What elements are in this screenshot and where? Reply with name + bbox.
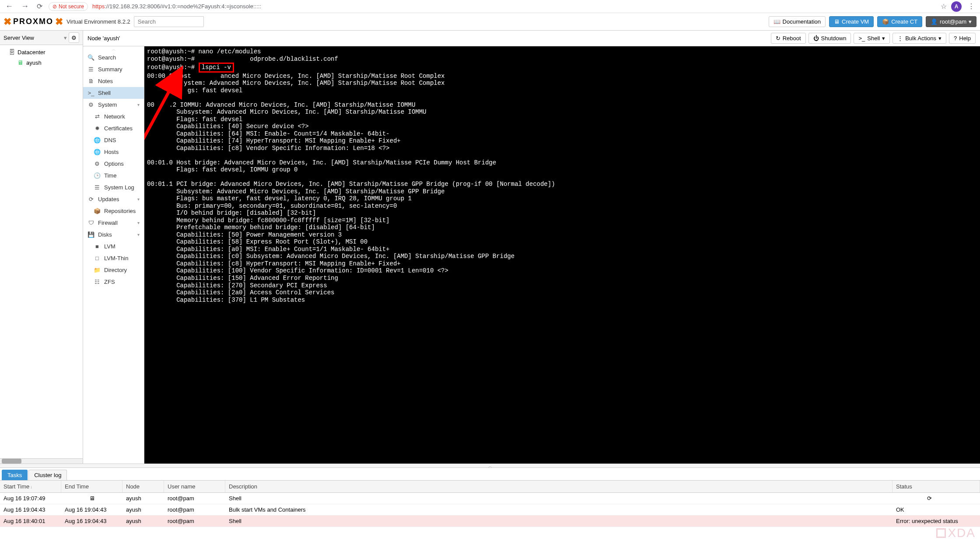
user-menu-button[interactable]: 👤root@pam ▾ (926, 16, 976, 27)
nav-network[interactable]: ⇄Network (83, 111, 144, 122)
list-icon: ☰ (94, 184, 101, 191)
resource-tree: 🗄 Datacenter 🖥 ayush (0, 45, 83, 458)
server-icon: 🗄 (9, 49, 15, 56)
scroll-up-indicator: ︿ (83, 46, 144, 52)
globe-icon: 🌐 (94, 137, 101, 143)
terminal-icon: >_ (88, 90, 94, 96)
node-icon: 🖥 (18, 59, 24, 66)
menu-icon: ⋮ (897, 35, 903, 42)
nav-certificates[interactable]: ✹Certificates (83, 122, 144, 134)
nav-hosts[interactable]: 🌐Hosts (83, 146, 144, 158)
tree-label: Datacenter (18, 49, 46, 56)
reboot-button[interactable]: ↻Reboot (771, 33, 806, 44)
address-bar[interactable]: https://192.168.29.32:8006/#v1:0:=node%2… (92, 3, 936, 10)
gear-icon: ⚙ (71, 35, 77, 41)
create-ct-button[interactable]: 📦Create CT (877, 16, 922, 27)
tab-cluster-log[interactable]: Cluster log (28, 470, 67, 480)
shutdown-button[interactable]: ⏻Shutdown (808, 33, 851, 44)
tree-datacenter[interactable]: 🗄 Datacenter (0, 47, 83, 57)
back-button[interactable]: ← (4, 2, 15, 11)
terminal-line: root@ayush:~# (147, 56, 195, 63)
chevron-down-icon: ▾ (938, 35, 942, 42)
documentation-button[interactable]: 📖Documentation (769, 16, 826, 27)
chevron-down-icon: ▾ (137, 197, 140, 202)
bulk-actions-button[interactable]: ⋮ Bulk Actions ▾ (892, 33, 946, 44)
power-icon: ⏻ (813, 35, 819, 42)
horizontal-scrollbar[interactable] (0, 458, 83, 464)
profile-avatar[interactable]: A (951, 1, 962, 12)
certificate-icon: ✹ (94, 125, 101, 132)
nav-dns[interactable]: 🌐DNS (83, 134, 144, 146)
reboot-icon: ↻ (776, 35, 780, 42)
cube-icon: 📦 (882, 18, 889, 25)
nav-time[interactable]: 🕒Time (83, 170, 144, 181)
col-status[interactable]: Status (892, 481, 980, 492)
browser-toolbar: ← → ⟳ ⊘ Not secure https://192.168.29.32… (0, 0, 980, 13)
book-icon: 📖 (774, 18, 780, 25)
header-search[interactable] (134, 16, 204, 27)
tree-label: ayush (26, 59, 42, 66)
gear-button[interactable]: ⚙ (69, 32, 79, 43)
nav-disks[interactable]: 💾Disks▾ (83, 229, 144, 241)
chevron-down-icon: ▾ (969, 18, 972, 25)
nav-updates[interactable]: ⟳Updates▾ (83, 193, 144, 205)
menu-icon[interactable]: ⋮ (966, 2, 976, 10)
monitor-icon: 🖥 (834, 18, 840, 25)
summary-icon: ☰ (88, 66, 94, 73)
col-node[interactable]: Node (122, 481, 164, 492)
layers-icon: ☷ (94, 279, 101, 285)
nav-system[interactable]: ⚙System▾ (83, 99, 144, 111)
disk-icon: 💾 (88, 231, 94, 238)
log-tabs: Tasks Cluster log (0, 468, 980, 481)
forward-button[interactable]: → (19, 2, 31, 11)
tree-node-ayush[interactable]: 🖥 ayush (0, 57, 83, 68)
terminal-line: root@ayush:~# (147, 64, 195, 71)
refresh-icon: ⟳ (88, 196, 94, 202)
task-row[interactable]: Aug 16 18:40:01Aug 16 19:04:43ayushroot@… (0, 516, 980, 527)
square-icon: ■ (94, 243, 101, 250)
nav-repositories[interactable]: 📦Repositories (83, 205, 144, 217)
page-title: Node 'ayush' (88, 35, 120, 42)
tab-tasks[interactable]: Tasks (2, 470, 28, 480)
nav-options[interactable]: ⚙Options (83, 158, 144, 170)
user-icon: 👤 (931, 18, 938, 25)
task-grid-body: Aug 16 19:07:49🖥ayushroot@pamShell⟳Aug 1… (0, 493, 980, 527)
proxmox-logo[interactable]: ✖ PROXMO ✖ (4, 16, 63, 28)
col-user[interactable]: User name (164, 481, 225, 492)
panel-resize-handle[interactable]: ︿ (0, 464, 980, 468)
view-selector[interactable]: Server View ▾ ⚙ (0, 31, 83, 45)
logo-x-icon: ✖ (55, 16, 63, 28)
terminal-icon: >_ (858, 35, 865, 42)
col-start-time[interactable]: Start Time↓ (0, 481, 61, 492)
create-vm-button[interactable]: 🖥Create VM (829, 16, 874, 27)
terminal-line: root@ayush:~# nano /etc/modules (147, 48, 261, 55)
chevron-down-icon: ▾ (137, 102, 140, 107)
log-panel: Tasks Cluster log Start Time↓ End Time N… (0, 468, 980, 551)
globe-icon: 🌐 (94, 149, 101, 155)
nav-lvm-thin[interactable]: □LVM-Thin (83, 252, 144, 264)
nav-summary[interactable]: ☰Summary (83, 63, 144, 75)
nav-shell[interactable]: >_Shell (83, 87, 144, 99)
terminal-line: odprobe.d/blacklist.conf (250, 56, 338, 63)
col-end-time[interactable]: End Time (61, 481, 122, 492)
nav-search[interactable]: 🔍Search (83, 52, 144, 63)
nav-system-log[interactable]: ☰System Log (83, 181, 144, 193)
config-nav: ︿ 🔍Search ☰Summary 🗎Notes >_Shell ⚙Syste… (83, 46, 144, 464)
view-selector-label: Server View (4, 35, 62, 41)
shell-dropdown-button[interactable]: >_Shell ▾ (854, 33, 890, 44)
nav-notes[interactable]: 🗎Notes (83, 75, 144, 87)
nav-lvm[interactable]: ■LVM (83, 241, 144, 252)
shell-terminal[interactable]: root@ayush:~# nano /etc/modules root@ayu… (144, 46, 980, 464)
col-description[interactable]: Description (225, 481, 892, 492)
task-row[interactable]: Aug 16 19:04:43Aug 16 19:04:43ayushroot@… (0, 504, 980, 516)
security-badge[interactable]: ⊘ Not secure (49, 2, 88, 11)
nav-zfs[interactable]: ☷ZFS (83, 276, 144, 288)
nav-directory[interactable]: 📁Directory (83, 264, 144, 276)
help-button[interactable]: ?Help (949, 33, 976, 44)
reload-button[interactable]: ⟳ (35, 2, 44, 10)
task-row[interactable]: Aug 16 19:07:49🖥ayushroot@pamShell⟳ (0, 493, 980, 504)
bookmark-icon[interactable]: ☆ (941, 2, 947, 10)
gears-icon: ⚙ (88, 101, 94, 108)
search-input[interactable] (134, 16, 204, 27)
nav-firewall[interactable]: 🛡Firewall▾ (83, 217, 144, 229)
